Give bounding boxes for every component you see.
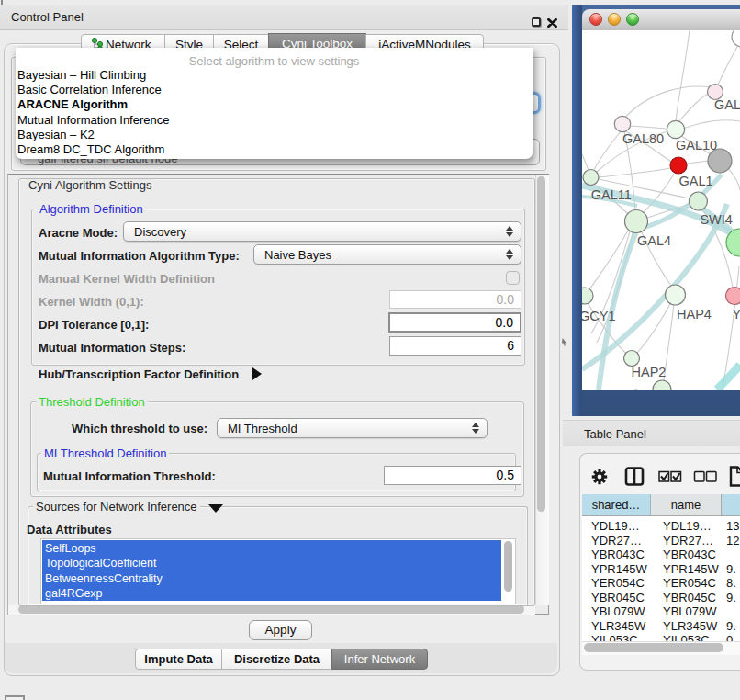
svg-text:Y: Y [733, 307, 740, 322]
svg-text:GAL80: GAL80 [622, 131, 664, 146]
svg-text:SWI4: SWI4 [700, 212, 732, 227]
svg-text:GAL1: GAL1 [679, 174, 713, 188]
svg-text:GAL7: GAL7 [714, 97, 740, 112]
svg-text:GCY1: GCY1 [582, 309, 616, 323]
svg-text:GAL11: GAL11 [591, 187, 632, 202]
svg-text:HAP2: HAP2 [632, 365, 667, 379]
svg-text:GAL10: GAL10 [676, 138, 717, 152]
svg-text:GAL4: GAL4 [637, 233, 671, 248]
svg-text:HAP4: HAP4 [677, 307, 712, 322]
